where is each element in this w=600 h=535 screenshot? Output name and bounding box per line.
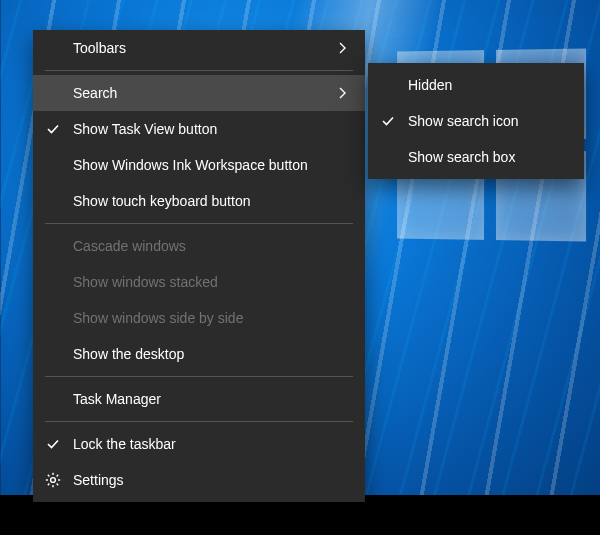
svg-line-5 [48, 475, 50, 477]
gear-icon [33, 472, 73, 488]
menu-item-show-stacked: Show windows stacked [33, 264, 365, 300]
menu-label: Show Task View button [73, 121, 353, 137]
menu-item-show-side-by-side: Show windows side by side [33, 300, 365, 336]
submenu-item-show-search-icon[interactable]: Show search icon [368, 103, 584, 139]
separator [45, 421, 353, 422]
menu-label: Show windows side by side [73, 310, 353, 326]
menu-item-task-manager[interactable]: Task Manager [33, 381, 365, 417]
submenu-label: Show search icon [408, 113, 572, 129]
svg-line-7 [57, 475, 59, 477]
checkmark-icon [368, 114, 408, 128]
svg-line-8 [48, 484, 50, 486]
menu-label: Show Windows Ink Workspace button [73, 157, 353, 173]
menu-item-cascade-windows: Cascade windows [33, 228, 365, 264]
menu-label: Cascade windows [73, 238, 353, 254]
separator [45, 376, 353, 377]
separator [45, 70, 353, 71]
submenu-item-hidden[interactable]: Hidden [368, 67, 584, 103]
menu-item-lock-taskbar[interactable]: Lock the taskbar [33, 426, 365, 462]
menu-item-show-ink-workspace[interactable]: Show Windows Ink Workspace button [33, 147, 365, 183]
submenu-item-show-search-box[interactable]: Show search box [368, 139, 584, 175]
menu-label: Toolbars [73, 40, 333, 56]
menu-label: Lock the taskbar [73, 436, 353, 452]
menu-label: Search [73, 85, 333, 101]
svg-point-0 [51, 478, 56, 483]
checkmark-icon [33, 122, 73, 136]
menu-item-settings[interactable]: Settings [33, 462, 365, 498]
chevron-right-icon [333, 87, 353, 99]
search-submenu: Hidden Show search icon Show search box [368, 63, 584, 179]
desktop-wallpaper: Toolbars Search Show Task View button Sh… [0, 0, 600, 535]
menu-label: Task Manager [73, 391, 353, 407]
chevron-right-icon [333, 42, 353, 54]
menu-label: Show the desktop [73, 346, 353, 362]
svg-line-6 [57, 484, 59, 486]
menu-item-search[interactable]: Search [33, 75, 365, 111]
menu-item-show-touch-keyboard[interactable]: Show touch keyboard button [33, 183, 365, 219]
menu-label: Show touch keyboard button [73, 193, 353, 209]
menu-label: Settings [73, 472, 353, 488]
menu-label: Show windows stacked [73, 274, 353, 290]
menu-item-toolbars[interactable]: Toolbars [33, 30, 365, 66]
taskbar-context-menu: Toolbars Search Show Task View button Sh… [33, 30, 365, 502]
checkmark-icon [33, 437, 73, 451]
menu-item-show-task-view[interactable]: Show Task View button [33, 111, 365, 147]
separator [45, 223, 353, 224]
menu-item-show-desktop[interactable]: Show the desktop [33, 336, 365, 372]
submenu-label: Hidden [408, 77, 572, 93]
submenu-label: Show search box [408, 149, 572, 165]
